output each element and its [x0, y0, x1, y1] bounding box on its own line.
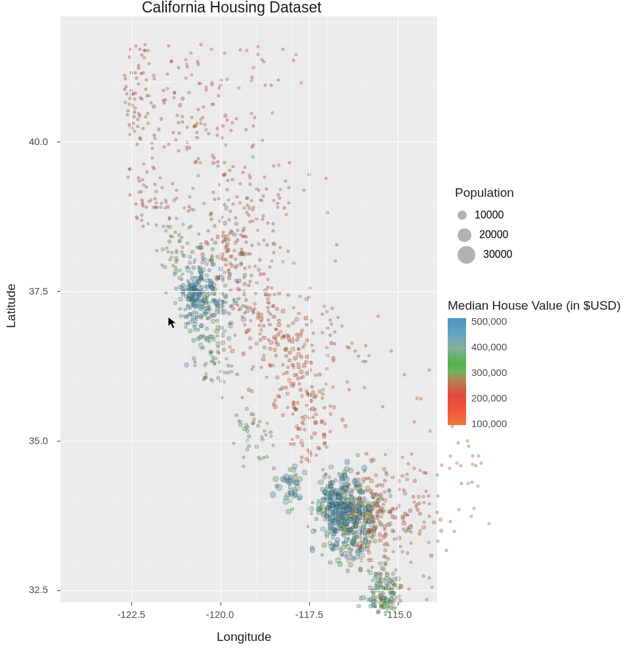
- data-point: [199, 277, 202, 281]
- legend-size: Population 10000 20000 30000: [455, 186, 514, 264]
- data-point: [285, 371, 289, 375]
- data-point: [135, 203, 138, 206]
- data-point: [422, 471, 426, 475]
- data-point: [328, 405, 332, 408]
- data-point: [291, 463, 297, 469]
- data-point: [236, 279, 241, 283]
- data-point: [161, 247, 165, 251]
- data-point: [233, 298, 238, 303]
- data-point: [311, 332, 314, 335]
- data-point: [223, 283, 227, 287]
- data-point: [301, 345, 305, 348]
- data-point: [205, 373, 208, 376]
- data-point: [267, 222, 270, 225]
- data-point: [252, 413, 255, 416]
- data-point: [173, 230, 177, 234]
- data-point: [196, 157, 200, 160]
- data-point: [428, 502, 431, 505]
- data-point: [272, 364, 275, 367]
- data-point: [272, 466, 276, 470]
- data-point: [186, 65, 189, 68]
- data-point: [205, 89, 208, 92]
- data-point: [261, 357, 266, 361]
- data-point: [330, 531, 335, 536]
- data-point: [265, 433, 268, 436]
- data-point: [205, 361, 208, 365]
- data-point: [170, 60, 173, 63]
- data-point: [215, 235, 219, 239]
- data-point: [134, 45, 137, 48]
- data-point: [223, 270, 226, 274]
- data-point: [244, 266, 247, 270]
- data-point: [321, 392, 324, 396]
- data-point: [181, 245, 184, 249]
- data-point: [389, 494, 393, 498]
- data-point: [296, 401, 300, 405]
- data-point: [265, 455, 268, 459]
- data-point: [178, 239, 182, 243]
- data-point: [320, 397, 324, 400]
- data-point: [244, 235, 247, 238]
- data-point: [262, 336, 266, 340]
- data-point: [252, 143, 255, 146]
- data-point: [297, 348, 300, 351]
- data-point: [388, 522, 393, 526]
- data-point: [151, 146, 154, 150]
- data-point: [137, 176, 140, 179]
- data-point: [135, 142, 139, 146]
- data-point: [125, 85, 128, 88]
- data-point: [199, 161, 202, 164]
- data-point: [271, 222, 274, 226]
- data-point: [232, 249, 236, 253]
- data-point: [296, 377, 300, 380]
- data-point: [216, 350, 220, 354]
- data-point: [440, 464, 443, 467]
- data-point: [246, 447, 249, 451]
- data-point: [258, 420, 262, 424]
- data-point: [286, 293, 290, 297]
- data-point: [145, 171, 148, 174]
- data-point: [267, 297, 270, 300]
- data-point: [262, 195, 265, 198]
- legend-size-title: Population: [455, 186, 514, 200]
- data-point: [190, 73, 193, 76]
- data-point: [329, 430, 332, 434]
- data-point: [471, 455, 474, 458]
- data-point: [238, 86, 241, 89]
- data-point: [213, 198, 216, 201]
- data-point: [174, 287, 178, 291]
- data-point: [439, 518, 442, 522]
- data-point: [145, 205, 148, 209]
- data-point: [401, 456, 404, 459]
- data-point: [305, 403, 308, 407]
- data-point: [172, 131, 175, 134]
- data-point: [298, 295, 301, 298]
- data-point: [187, 281, 191, 285]
- data-point: [248, 337, 252, 340]
- legend-size-marker: [458, 211, 467, 220]
- chart-title: California Housing Dataset: [142, 0, 322, 16]
- data-point: [209, 213, 213, 216]
- data-point: [288, 335, 291, 338]
- colorbar-label: 100,000: [471, 418, 507, 429]
- data-point: [341, 418, 345, 422]
- data-point: [320, 420, 324, 424]
- data-point: [213, 314, 217, 318]
- data-point: [341, 325, 344, 328]
- data-point: [177, 233, 181, 237]
- data-point: [216, 134, 219, 137]
- data-point: [161, 264, 164, 267]
- data-point: [350, 548, 354, 552]
- data-point: [311, 407, 315, 411]
- data-point: [421, 525, 425, 529]
- data-point: [190, 272, 193, 275]
- data-point: [368, 541, 372, 544]
- data-point: [383, 491, 387, 494]
- data-point: [348, 468, 353, 473]
- data-point: [364, 452, 368, 455]
- data-point: [376, 595, 380, 599]
- data-point: [231, 202, 234, 205]
- data-point: [185, 125, 188, 129]
- data-point: [379, 515, 383, 518]
- data-point: [164, 229, 167, 232]
